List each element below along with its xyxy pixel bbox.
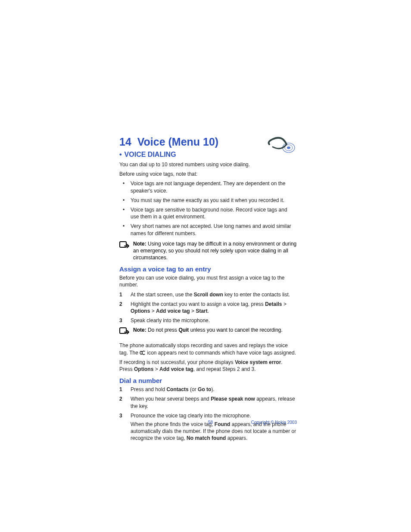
- page-footer: 58 Copyright © Nokia 2003: [119, 420, 297, 425]
- step-item: 2 When you hear several beeps and Please…: [131, 395, 297, 409]
- svg-rect-4: [120, 328, 126, 333]
- section-bullet: •: [119, 151, 122, 158]
- body-paragraph: If recording is not successful, your pho…: [119, 359, 297, 373]
- page-number: 58: [208, 420, 213, 425]
- step-number: 3: [119, 412, 122, 419]
- note-text: Note: Using voice tags may be difficult …: [133, 240, 297, 261]
- step-item: 2 Highlight the contact you want to assi…: [131, 301, 297, 314]
- list-item: You must say the name exactly as you sai…: [131, 197, 297, 204]
- voice-tag-icon: [140, 350, 146, 355]
- list-item: Very short names are not accepted. Use l…: [131, 223, 297, 236]
- intro-text-2: Before using voice tags, note that:: [119, 171, 297, 177]
- step-item: 3 Speak clearly into the microphone.: [131, 317, 297, 324]
- chapter-graphic: [265, 136, 298, 153]
- body-paragraph: The phone automatically stops recording …: [119, 342, 297, 356]
- chapter-number: 14: [119, 136, 131, 148]
- note-text: Note: Do not press Quit unless you want …: [133, 327, 297, 333]
- note-icon: [119, 241, 130, 252]
- step-item: 3 Pronounce the voice tag clearly into t…: [131, 412, 297, 442]
- step-number: 2: [119, 395, 122, 402]
- steps-list: 1 Press and hold Contacts (or Go to). 2 …: [119, 386, 297, 442]
- step-item: 1 Press and hold Contacts (or Go to).: [131, 386, 297, 393]
- note-block: Note: Do not press Quit unless you want …: [119, 327, 297, 338]
- step-number: 1: [119, 291, 122, 298]
- page-content: 14 Voice (Menu 10) •VOICE DIALING You ca…: [119, 136, 297, 444]
- step-number: 1: [119, 386, 122, 393]
- section-text: VOICE DIALING: [125, 151, 176, 158]
- copyright-text: Copyright © Nokia 2003: [251, 420, 297, 425]
- step-number: 3: [119, 317, 122, 324]
- steps-list: 1 At the start screen, use the Scroll do…: [119, 291, 297, 324]
- chapter-text: Voice (Menu 10): [137, 136, 218, 148]
- svg-rect-3: [120, 242, 126, 247]
- bullet-list: Voice tags are not language dependent. T…: [119, 180, 297, 236]
- intro-text-1: You can dial up to 10 stored numbers usi…: [119, 161, 297, 168]
- list-item: Voice tags are sensitive to background n…: [131, 206, 297, 220]
- note-icon: [119, 327, 130, 338]
- step-item: 1 At the start screen, use the Scroll do…: [131, 291, 297, 298]
- svg-point-2: [287, 146, 290, 149]
- subsection-title: Assign a voice tag to an entry: [119, 265, 297, 273]
- subsection-lead: Before you can use voice dialing, you mu…: [119, 274, 297, 288]
- svg-point-5: [140, 352, 142, 355]
- list-item: Voice tags are not language dependent. T…: [131, 180, 297, 194]
- note-block: Note: Using voice tags may be difficult …: [119, 240, 297, 261]
- step-number: 2: [119, 301, 122, 308]
- subsection-title: Dial a number: [119, 377, 297, 384]
